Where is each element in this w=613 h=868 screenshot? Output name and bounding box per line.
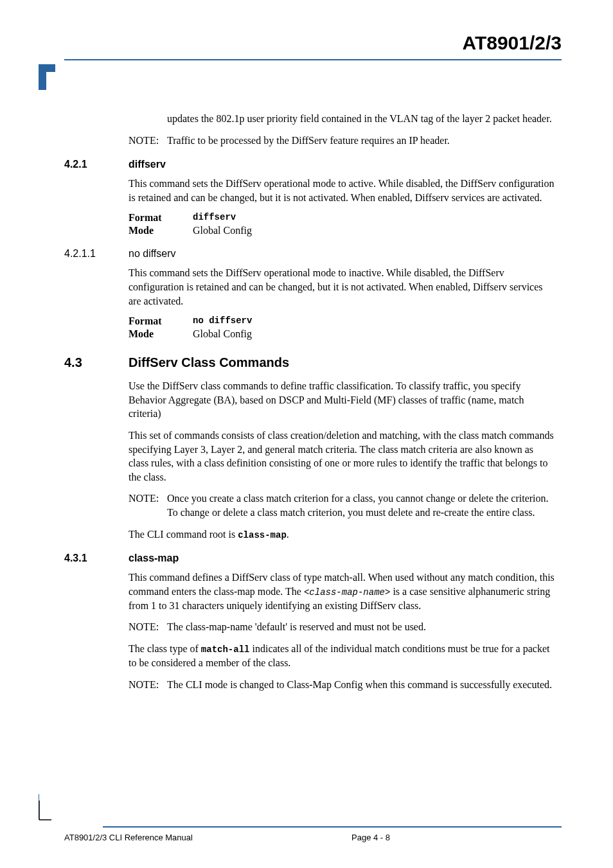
section-number: 4.2.1.1	[64, 248, 96, 260]
note-block: NOTE: Traffic to be processed by the Dif…	[129, 134, 555, 148]
svg-rect-1	[39, 72, 46, 90]
svg-rect-0	[39, 64, 55, 72]
note-text: Traffic to be processed by the DiffServ …	[167, 135, 450, 146]
footer-left: AT8901/2/3 CLI Reference Manual	[64, 833, 274, 842]
page-footer: AT8901/2/3 CLI Reference Manual Page 4 -…	[39, 794, 562, 842]
format-label: Format	[129, 315, 193, 327]
text: .	[287, 529, 289, 540]
paragraph: This set of commands consists of class c…	[129, 429, 555, 484]
note-label: NOTE:	[129, 492, 159, 506]
note-block: NOTE: The CLI mode is changed to Class-M…	[129, 678, 555, 692]
section-title: DiffServ Class Commands	[129, 355, 289, 369]
code-inline: <class-map-name>	[304, 587, 390, 598]
note-label: NOTE:	[129, 620, 159, 634]
mode-label: Mode	[129, 225, 193, 236]
note-text: The CLI mode is changed to Class-Map Con…	[167, 679, 552, 690]
footer-text-row: AT8901/2/3 CLI Reference Manual Page 4 -…	[39, 833, 562, 842]
mode-row: Mode Global Config	[129, 225, 555, 236]
footer-page: Page 4 - 8	[274, 833, 562, 842]
footer-rule	[103, 826, 562, 828]
section-number: 4.2.1	[64, 159, 87, 170]
section-number: 4.3	[64, 355, 82, 370]
paragraph: This command sets the DiffServ operation…	[129, 177, 555, 204]
heading-4-2-1-1: 4.2.1.1 no diffserv	[129, 248, 555, 260]
note-text: The class-map-name 'default' is reserved…	[167, 621, 426, 632]
heading-4-2-1: 4.2.1 diffserv	[129, 159, 555, 170]
code-inline: class-map	[238, 530, 287, 540]
mode-row: Mode Global Config	[129, 328, 555, 340]
format-value: no diffserv	[193, 315, 252, 327]
format-label: Format	[129, 212, 193, 224]
logo	[39, 64, 562, 90]
text: The CLI command root is	[129, 529, 238, 540]
paragraph: The class type of match-all indicates al…	[129, 642, 555, 669]
paragraph: This command defines a DiffServ class of…	[129, 571, 555, 612]
paragraph: This command sets the DiffServ operation…	[129, 266, 555, 308]
heading-4-3-1: 4.3.1 class-map	[129, 553, 555, 564]
section-title: diffserv	[129, 159, 166, 170]
note-block: NOTE: Once you create a class match crit…	[129, 492, 555, 519]
code-inline: match-all	[201, 644, 250, 655]
heading-4-3: 4.3 DiffServ Class Commands	[129, 355, 555, 370]
section-title: class-map	[129, 553, 179, 563]
continuation-paragraph: updates the 802.1p user priority field c…	[129, 112, 555, 126]
section-title: no diffserv	[129, 248, 176, 259]
text: The class type of	[129, 643, 201, 654]
doc-title: AT8901/2/3	[64, 32, 562, 54]
footer-corner-icon	[39, 801, 51, 826]
mode-label: Mode	[129, 328, 193, 340]
format-row: Format no diffserv	[129, 315, 555, 327]
mode-value: Global Config	[193, 225, 252, 236]
paragraph: The CLI command root is class-map.	[129, 527, 555, 542]
note-label: NOTE:	[129, 678, 159, 692]
page-content: updates the 802.1p user priority field c…	[64, 112, 562, 691]
paragraph: Use the DiffServ class commands to defin…	[129, 379, 555, 421]
format-row: Format diffserv	[129, 212, 555, 224]
page-header: AT8901/2/3	[64, 32, 562, 60]
note-block: NOTE: The class-map-name 'default' is re…	[129, 620, 555, 634]
format-value: diffserv	[193, 212, 236, 224]
note-label: NOTE:	[129, 134, 159, 148]
note-text: Once you create a class match criterion …	[167, 493, 549, 518]
section-number: 4.3.1	[64, 553, 87, 564]
mode-value: Global Config	[193, 328, 252, 340]
